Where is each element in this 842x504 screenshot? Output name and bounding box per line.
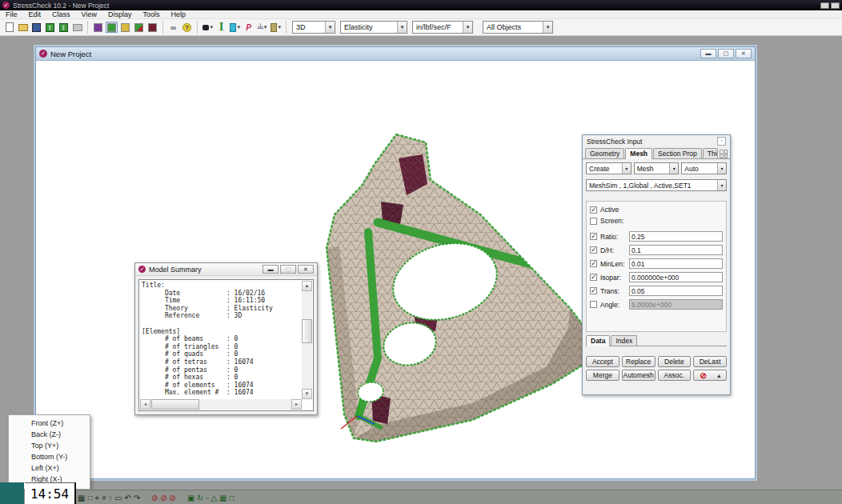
toolbar-separator (197, 21, 198, 34)
constraint-tool-icon[interactable]: ╧▾ (256, 22, 268, 33)
isopar-input[interactable] (629, 272, 723, 282)
help-icon[interactable]: ? (181, 22, 193, 33)
tab-scroll-left-icon[interactable]: ‹ (720, 150, 723, 158)
material-module-icon[interactable] (119, 22, 131, 33)
doc-close-button[interactable]: ✕ (736, 49, 752, 58)
object-dropdown[interactable]: Mesh▾ (634, 162, 680, 174)
ratio-checkbox[interactable] (590, 233, 597, 240)
menu-item-top[interactable]: Top (Y+) (9, 440, 90, 451)
mesh-selection-dropdown[interactable]: MeshSim , 1,Global , Active,SET1▾ (586, 179, 727, 191)
menu-item-bottom[interactable]: Bottom (Y-) (9, 451, 90, 462)
export-icon[interactable]: ↥ (44, 22, 56, 33)
menu-item-front[interactable]: Front (Z+) (9, 418, 90, 429)
solution-module-icon[interactable] (146, 22, 158, 33)
merge-button[interactable]: Merge (586, 370, 619, 381)
active-checkbox[interactable] (590, 206, 597, 214)
abort-icon[interactable]: ⊘ (700, 371, 706, 380)
menu-edit[interactable]: Edit (23, 10, 47, 19)
scroll-thumb[interactable] (302, 319, 312, 343)
assoc-button[interactable]: Assoc. (658, 370, 692, 381)
tab-data[interactable]: Data (586, 335, 610, 346)
panel-detach-button[interactable]: ▫ (717, 137, 726, 146)
selection-tools-icons[interactable]: ▣ ↻ ◦ △ ▦ □ (187, 494, 234, 502)
clipping-tools-icons[interactable]: ⊘ ⊘ ⊘ (151, 494, 176, 502)
minlen-checkbox[interactable] (590, 260, 597, 267)
mesh-parameters-group: Active Screen: Ratio: D/H: MinLen: Isopa… (586, 201, 727, 332)
scroll-thumb[interactable] (151, 399, 199, 410)
summary-vertical-scrollbar[interactable]: ▲ ▼ (302, 281, 312, 399)
save-icon[interactable] (30, 22, 42, 33)
mesh-module-icon[interactable] (106, 22, 118, 33)
bottom-toolbar[interactable]: A ▦ ∷ + × ↑ ▭ ↶ ↷ ⊘ ⊘ ⊘ ▣ ↻ ◦ △ ▦ □ (0, 490, 842, 504)
doc-minimize-button[interactable]: ▬ (700, 49, 716, 58)
objects-dropdown[interactable]: All Objects▾ (483, 21, 553, 34)
mesh-model[interactable] (304, 118, 592, 461)
scroll-left-icon[interactable]: ◂ (140, 399, 150, 410)
ratio-input[interactable] (629, 231, 723, 242)
tab-section-prop[interactable]: Section Prop (653, 148, 702, 158)
mdi-workspace: ✓ New Project ▬ ▢ ✕ (0, 36, 842, 490)
menu-item-back[interactable]: Back (Z-) (9, 429, 90, 440)
delast-button[interactable]: DeLast (693, 356, 727, 367)
summary-close-button[interactable]: ✕ (298, 265, 314, 274)
minlen-label: MinLen: (600, 260, 629, 268)
tab-geometry[interactable]: Geometry (585, 148, 624, 158)
accept-button[interactable]: Accept (586, 356, 619, 367)
menu-help[interactable]: Help (165, 10, 191, 19)
menu-tools[interactable]: Tools (137, 10, 165, 19)
pressure-tool-icon[interactable]: P (243, 22, 255, 33)
tab-mesh[interactable]: Mesh (625, 148, 652, 159)
summary-minimize-button[interactable]: ▬ (263, 265, 279, 274)
dh-checkbox[interactable] (590, 246, 597, 254)
theory-dropdown[interactable]: Elasticity▾ (340, 21, 407, 34)
import-icon[interactable]: ↧ (58, 22, 70, 33)
trans-input[interactable] (629, 286, 723, 296)
app-close-button[interactable] (831, 2, 840, 9)
scroll-down-icon[interactable]: ▼ (302, 389, 312, 399)
action-dropdown[interactable]: Create▾ (586, 162, 632, 174)
dimension-dropdown[interactable]: 3D▾ (292, 21, 335, 34)
scroll-right-icon[interactable]: ▸ (291, 399, 302, 410)
menu-class[interactable]: Class (46, 10, 76, 19)
print-icon[interactable] (71, 22, 83, 33)
replace-button[interactable]: Replace (622, 356, 656, 367)
menu-item-left[interactable]: Left (X+) (9, 462, 90, 474)
dh-input[interactable] (629, 245, 723, 255)
angle-checkbox[interactable] (590, 301, 597, 308)
menu-view[interactable]: View (76, 10, 102, 19)
delete-button[interactable]: Delete (658, 356, 692, 367)
units-dropdown[interactable]: in/lbf/sec/F▾ (412, 21, 473, 34)
more-options-icon[interactable]: ▴ (718, 371, 721, 380)
angle-label: Angle: (600, 301, 629, 309)
minlen-input[interactable] (629, 258, 723, 269)
automesh-button[interactable]: Automesh (622, 370, 656, 381)
geometry-module-icon[interactable] (92, 22, 104, 33)
document-titlebar[interactable]: ✓ New Project ▬ ▢ ✕ (36, 47, 755, 61)
view-orientation-menu: Front (Z+) Back (Z-) Top (Y+) Bottom (Y-… (8, 414, 90, 490)
spring-tool-icon[interactable]: ▾ (270, 22, 282, 33)
display-tools-icons[interactable]: A ▦ ∷ + × ↑ ▭ ↶ ↷ (70, 494, 140, 502)
app-logo-icon: ✓ (2, 2, 10, 9)
tab-index[interactable]: Index (611, 335, 637, 346)
tab-thickness[interactable]: Thickness (703, 148, 719, 158)
summary-horizontal-scrollbar[interactable]: ◂ ▸ (140, 399, 302, 410)
tab-scroll-right-icon[interactable]: › (724, 150, 728, 158)
doc-maximize-button[interactable]: ▢ (718, 49, 734, 58)
isopar-checkbox[interactable] (590, 274, 597, 281)
scroll-up-icon[interactable]: ▲ (302, 281, 312, 291)
find-icon[interactable]: ∞ (167, 22, 179, 33)
load-module-icon[interactable] (133, 22, 145, 33)
trans-checkbox[interactable] (590, 287, 597, 294)
plot-tool-icon[interactable]: ▾ (229, 22, 241, 33)
ibeam-section-icon[interactable]: I (215, 22, 227, 33)
method-dropdown[interactable]: Auto▾ (681, 162, 727, 174)
screen-checkbox[interactable] (590, 218, 597, 225)
summary-maximize-button[interactable]: ▢ (280, 265, 296, 274)
model-summary-titlebar[interactable]: ✓ Model Summary ▬ ▢ ✕ (135, 263, 317, 276)
menu-file[interactable]: File (0, 10, 23, 19)
menu-display[interactable]: Display (102, 10, 138, 19)
open-file-icon[interactable] (17, 22, 29, 33)
app-minimize-button[interactable] (820, 2, 829, 9)
beam-tool-icon[interactable]: ▾ (202, 22, 214, 33)
new-file-icon[interactable] (3, 22, 15, 33)
